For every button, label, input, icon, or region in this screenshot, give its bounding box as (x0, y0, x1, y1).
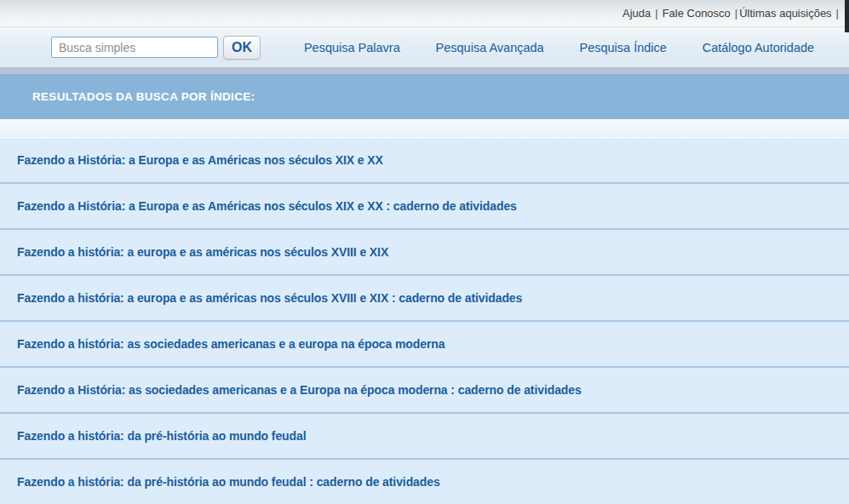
utility-bar: Ajuda | Fale Conosco | Últimas aquisiçõe… (0, 0, 849, 27)
search-nav-bar: OK Pesquisa Palavra Pesquisa Avançada Pe… (0, 27, 849, 67)
results-list: Fazendo a História: a Europa e as Améric… (0, 138, 849, 504)
search-ok-button[interactable]: OK (223, 36, 261, 60)
result-title-link[interactable]: Fazendo a história: as sociedades americ… (17, 337, 445, 351)
result-row[interactable]: Fazendo a história: da pré-história ao m… (0, 414, 849, 460)
window-edge-strip (845, 0, 849, 32)
simple-search-input[interactable] (51, 37, 218, 58)
result-row[interactable]: Fazendo a História: as sociedades americ… (0, 368, 849, 414)
result-title-link[interactable]: Fazendo a História: a Europa e as Améric… (17, 153, 383, 167)
nav-catalogo-autoridade[interactable]: Catálogo Autoridade (703, 41, 814, 54)
result-title-link[interactable]: Fazendo a história: da pré-história ao m… (17, 475, 440, 489)
divider-band (0, 67, 849, 74)
result-row[interactable]: Fazendo a história: a europa e as améric… (0, 230, 849, 276)
nav-pesquisa-avancada[interactable]: Pesquisa Avançada (436, 41, 544, 54)
result-row[interactable]: Fazendo a História: a Europa e as Améric… (0, 184, 849, 230)
catalog-nav: Pesquisa Palavra Pesquisa Avançada Pesqu… (261, 41, 849, 54)
result-row[interactable]: Fazendo a História: a Europa e as Améric… (0, 138, 849, 184)
help-link[interactable]: Ajuda (622, 7, 651, 20)
link-separator: | (832, 7, 840, 20)
link-separator: | (731, 7, 739, 20)
link-separator: | (651, 7, 662, 20)
result-title-link[interactable]: Fazendo a história: da pré-história ao m… (17, 429, 307, 443)
latest-acquisitions-link[interactable]: Últimas aquisições (739, 7, 831, 20)
result-row[interactable]: Fazendo a história: da pré-história ao m… (0, 460, 849, 504)
result-title-link[interactable]: Fazendo a história: a europa e as améric… (17, 245, 388, 259)
contact-link[interactable]: Fale Conosco (663, 7, 731, 20)
nav-pesquisa-palavra[interactable]: Pesquisa Palavra (304, 41, 400, 54)
result-title-link[interactable]: Fazendo a História: a Europa e as Améric… (17, 199, 517, 213)
results-subheader-strip (0, 119, 849, 138)
results-header-title: RESULTADOS DA BUSCA POR ÍNDICE: (32, 90, 255, 103)
result-row[interactable]: Fazendo a história: a europa e as améric… (0, 276, 849, 322)
nav-pesquisa-indice[interactable]: Pesquisa Índice (579, 41, 666, 54)
simple-search-group: OK (51, 36, 261, 60)
result-title-link[interactable]: Fazendo a História: as sociedades americ… (17, 383, 582, 397)
results-header-band: RESULTADOS DA BUSCA POR ÍNDICE: (0, 74, 849, 119)
result-row[interactable]: Fazendo a história: as sociedades americ… (0, 322, 849, 368)
result-title-link[interactable]: Fazendo a história: a europa e as améric… (17, 291, 522, 305)
